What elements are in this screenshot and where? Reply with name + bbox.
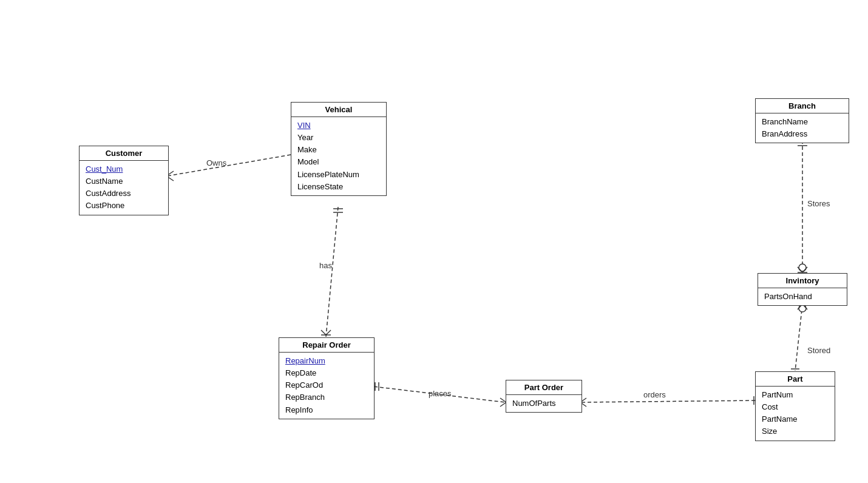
stores-label: Stores — [807, 199, 830, 208]
vehical-attr-1: VIN — [297, 120, 380, 132]
part-entity: Part PartNum Cost PartName Size — [755, 371, 835, 441]
vehical-attr-6: LicenseState — [297, 181, 380, 193]
part-order-entity: Part Order NumOfParts — [506, 380, 582, 413]
stored-label: Stored — [807, 346, 830, 355]
connector-lines — [0, 0, 868, 483]
invintory-title: Invintory — [758, 274, 847, 288]
customer-attr-4: CustPhone — [86, 200, 162, 212]
branch-body: BranchName BranAddress — [756, 113, 849, 143]
part-attr-3: PartName — [762, 413, 829, 425]
part-body: PartNum Cost PartName Size — [756, 387, 835, 441]
branch-attr-1: BranchName — [762, 116, 843, 128]
branch-entity: Branch BranchName BranAddress — [755, 98, 849, 143]
part-order-attr-1: NumOfParts — [512, 397, 575, 410]
vehical-body: VIN Year Make Model LicensePlateNum Lice… — [291, 117, 386, 195]
vehical-title: Vehical — [291, 103, 386, 117]
customer-title: Customer — [80, 146, 168, 161]
customer-body: Cust_Num CustName CustAddress CustPhone — [80, 161, 168, 215]
vehical-attr-2: Year — [297, 132, 380, 144]
svg-line-30 — [798, 267, 802, 272]
vehical-attr-3: Make — [297, 144, 380, 156]
repair-attr-1: RepairNum — [285, 355, 368, 367]
repair-attr-3: RepCarOd — [285, 379, 368, 391]
svg-line-31 — [802, 267, 807, 272]
branch-title: Branch — [756, 99, 849, 113]
vehical-attr-4: Model — [297, 156, 380, 168]
branch-attr-2: BranAddress — [762, 128, 843, 140]
places-label: places — [429, 389, 452, 398]
part-order-title: Part Order — [506, 380, 581, 395]
svg-line-11 — [321, 330, 326, 335]
customer-attr-1: Cust_Num — [86, 163, 162, 175]
has-label: has — [319, 261, 332, 270]
vehical-entity: Vehical VIN Year Make Model LicensePlate… — [291, 102, 387, 196]
repair-order-body: RepairNum RepDate RepCarOd RepBranch Rep… — [279, 353, 374, 419]
orders-label: orders — [643, 390, 666, 399]
part-title: Part — [756, 372, 835, 387]
svg-line-19 — [581, 400, 755, 402]
repair-order-title: Repair Order — [279, 338, 374, 353]
diagram-container: Customer Cust_Num CustName CustAddress C… — [0, 0, 868, 483]
svg-line-7 — [326, 207, 338, 337]
repair-attr-5: RepInfo — [285, 404, 368, 416]
part-attr-4: Size — [762, 425, 829, 437]
owns-label: Owns — [206, 158, 226, 167]
customer-entity: Customer Cust_Num CustName CustAddress C… — [79, 146, 169, 215]
customer-attr-2: CustName — [86, 175, 162, 187]
repair-attr-4: RepBranch — [285, 391, 368, 404]
svg-line-0 — [168, 155, 291, 176]
svg-line-12 — [326, 330, 331, 335]
invintory-body: PartsOnHand — [758, 288, 847, 305]
part-attr-1: PartNum — [762, 389, 829, 401]
vehical-attr-5: LicensePlateNum — [297, 169, 380, 181]
invintory-entity: Invintory PartsOnHand — [758, 273, 847, 306]
repair-attr-2: RepDate — [285, 367, 368, 379]
svg-line-32 — [795, 304, 802, 371]
part-attr-2: Cost — [762, 401, 829, 413]
customer-attr-3: CustAddress — [86, 187, 162, 200]
svg-point-28 — [799, 264, 806, 271]
repair-order-entity: Repair Order RepairNum RepDate RepCarOd … — [279, 337, 375, 419]
invintory-attr-1: PartsOnHand — [764, 291, 841, 303]
part-order-body: NumOfParts — [506, 395, 581, 412]
